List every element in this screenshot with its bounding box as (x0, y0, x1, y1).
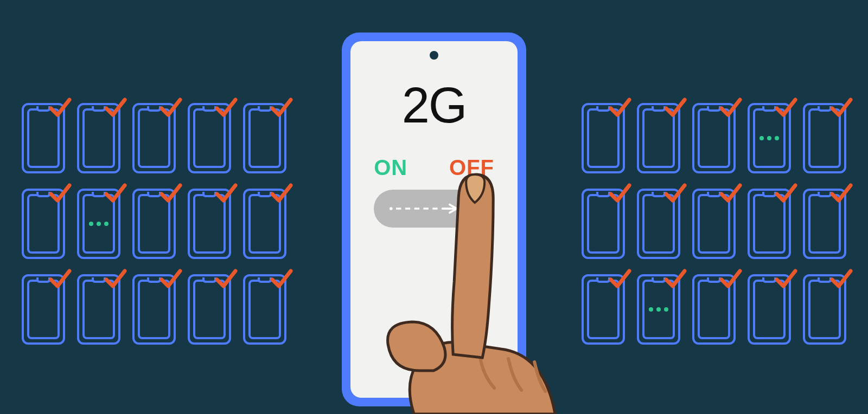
center-phone: 2G ON OFF (342, 33, 526, 406)
checkmark-icon (103, 181, 128, 206)
device-icon (132, 274, 176, 345)
device-icon (22, 274, 65, 345)
right-device-grid (582, 103, 846, 345)
checkmark-icon (774, 181, 799, 206)
toggle-labels: ON OFF (374, 156, 494, 180)
checkmark-icon (608, 95, 633, 120)
device-icon (692, 274, 736, 345)
checkmark-icon (158, 181, 183, 206)
toggle-arrow (389, 208, 465, 210)
toggle-knob[interactable] (459, 193, 490, 224)
device-icon (582, 189, 625, 259)
device-icon (188, 189, 231, 259)
checkmark-icon (103, 267, 128, 292)
device-icon (243, 274, 286, 345)
phone-screen: 2G ON OFF (350, 41, 518, 398)
toggle-track[interactable] (374, 190, 494, 228)
device-icon (22, 103, 65, 173)
checkmark-icon (608, 267, 633, 292)
device-icon (243, 189, 286, 259)
device-icon (748, 274, 791, 345)
checkmark-icon (269, 95, 294, 120)
device-icon (637, 103, 680, 173)
device-icon (582, 274, 625, 345)
checkmark-icon (829, 95, 854, 120)
camera-dot (430, 51, 438, 60)
device-icon (22, 189, 65, 259)
device-icon (243, 103, 286, 173)
checkmark-icon (718, 267, 743, 292)
checkmark-icon (214, 181, 239, 206)
loading-dots-icon (649, 307, 668, 312)
device-icon (692, 189, 736, 259)
checkmark-icon (48, 181, 73, 206)
device-icon (803, 103, 846, 173)
device-icon (803, 274, 846, 345)
checkmark-icon (269, 181, 294, 206)
device-icon (803, 189, 846, 259)
device-icon (188, 274, 231, 345)
on-label: ON (374, 156, 407, 180)
device-icon (77, 103, 120, 173)
off-label: OFF (449, 156, 494, 180)
checkmark-icon (214, 95, 239, 120)
device-icon (637, 189, 680, 259)
device-icon (582, 103, 625, 173)
checkmark-icon (663, 95, 688, 120)
device-icon (132, 189, 176, 259)
checkmark-icon (829, 267, 854, 292)
loading-dots-icon (760, 136, 779, 140)
left-device-grid (22, 103, 286, 345)
device-icon (77, 189, 120, 259)
checkmark-icon (774, 95, 799, 120)
checkmark-icon (158, 95, 183, 120)
checkmark-icon (158, 267, 183, 292)
device-icon (77, 274, 120, 345)
svg-point-0 (390, 207, 393, 210)
device-icon (748, 189, 791, 259)
checkmark-icon (269, 267, 294, 292)
device-icon (132, 103, 176, 173)
checkmark-icon (608, 181, 633, 206)
phone-title: 2G (402, 77, 467, 134)
checkmark-icon (103, 95, 128, 120)
checkmark-icon (718, 181, 743, 206)
checkmark-icon (663, 267, 688, 292)
checkmark-icon (774, 267, 799, 292)
device-icon (188, 103, 231, 173)
device-icon (637, 274, 680, 345)
checkmark-icon (214, 267, 239, 292)
checkmark-icon (48, 267, 73, 292)
checkmark-icon (718, 95, 743, 120)
device-icon (692, 103, 736, 173)
checkmark-icon (829, 181, 854, 206)
device-icon (748, 103, 791, 173)
checkmark-icon (48, 95, 73, 120)
checkmark-icon (663, 181, 688, 206)
loading-dots-icon (89, 222, 108, 226)
